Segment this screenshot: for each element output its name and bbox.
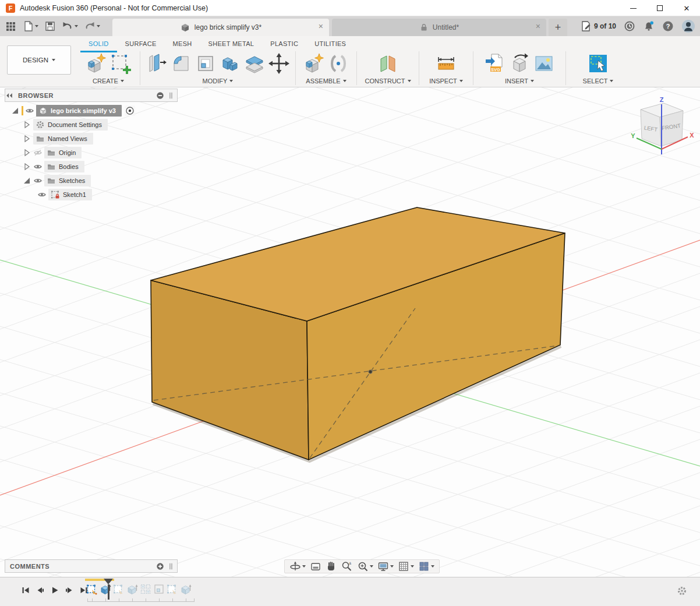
browser-row-origin[interactable]: Origin xyxy=(5,146,178,160)
browser-node-bodies[interactable]: Bodies xyxy=(44,161,84,172)
browser-node-named-views[interactable]: Named Views xyxy=(33,133,93,145)
joint-button[interactable] xyxy=(327,52,350,75)
bell-icon[interactable] xyxy=(643,20,655,32)
ribbon-group-label[interactable]: INSPECT xyxy=(429,77,463,84)
timeline-settings-gear-icon[interactable] xyxy=(677,586,687,596)
timeline-feature-sketch-1[interactable] xyxy=(85,582,98,597)
timeline-feature-pattern-5[interactable] xyxy=(139,582,152,597)
combine-button[interactable] xyxy=(218,52,242,75)
viewport-canvas[interactable]: LEFTFRONTZYX BROWSER lego brick simplify… xyxy=(0,87,700,577)
fillet-button[interactable] xyxy=(169,52,193,75)
close-button[interactable]: ✕ xyxy=(673,0,700,16)
timeline-feature-extrude-4[interactable] xyxy=(125,582,139,597)
file-new-button[interactable] xyxy=(21,19,40,33)
document-limit-indicator[interactable]: 9 of 10 xyxy=(580,20,616,32)
press-pull-button[interactable] xyxy=(145,52,168,75)
timeline-playhead[interactable] xyxy=(104,579,113,600)
app-grid-button[interactable] xyxy=(3,19,17,33)
playback-to-start-button[interactable] xyxy=(21,586,30,595)
close-tab-icon[interactable]: × xyxy=(319,22,323,30)
layout-grid-button[interactable] xyxy=(398,561,414,572)
orbit-button[interactable] xyxy=(289,561,306,572)
offset-face-button[interactable] xyxy=(243,52,266,75)
maximize-button[interactable] xyxy=(646,0,673,16)
tab-row: lego brick simplify v3* × Untitled* × + … xyxy=(0,16,700,36)
ribbon-group-label[interactable]: MODIFY xyxy=(203,77,234,84)
fit-button[interactable] xyxy=(357,561,373,572)
document-tab-inactive[interactable]: Untitled* × xyxy=(332,19,546,36)
top-right-cluster: 9 of 10 ? xyxy=(580,19,695,34)
visibility-eye-icon[interactable] xyxy=(33,162,43,171)
zoom-button[interactable]: ± xyxy=(341,561,353,572)
expand-arrow-icon[interactable] xyxy=(22,120,31,129)
playback-step-forward-button[interactable] xyxy=(65,586,74,595)
design-workspace-selector[interactable]: DESIGN xyxy=(7,45,71,75)
undo-button[interactable] xyxy=(61,19,79,33)
collapse-arrow-icon[interactable] xyxy=(10,106,20,115)
ribbon-group-label[interactable]: INSERT xyxy=(505,77,534,84)
new-component-button[interactable] xyxy=(302,52,326,75)
svg-text:Y: Y xyxy=(631,132,635,139)
construct-plane-button[interactable] xyxy=(376,52,400,75)
timeline-feature-sketch-3[interactable] xyxy=(112,582,125,597)
browser-row-bodies[interactable]: Bodies xyxy=(5,160,178,174)
collapse-panel-icon[interactable] xyxy=(5,91,13,100)
panel-grip-icon[interactable] xyxy=(167,91,175,100)
collapse-arrow-icon[interactable] xyxy=(22,176,31,185)
browser-node-sketch1[interactable]: Sketch1 xyxy=(48,189,92,200)
playback-step-back-button[interactable] xyxy=(36,586,45,595)
comments-panel-header[interactable]: COMMENTS xyxy=(5,559,178,573)
avatar-icon[interactable] xyxy=(681,19,695,33)
close-tab-icon[interactable]: × xyxy=(536,22,540,30)
select-button[interactable] xyxy=(586,52,610,75)
ribbon-group-label[interactable]: CREATE xyxy=(93,77,124,84)
browser-node-lego-brick-simplify-v3[interactable]: lego brick simplify v3 xyxy=(36,105,122,117)
browser-row-document-settings[interactable]: Document Settings xyxy=(5,118,178,132)
timeline-feature-shell-6[interactable] xyxy=(152,582,165,597)
pan-button[interactable] xyxy=(326,561,337,572)
circle-minus-icon[interactable] xyxy=(156,91,164,100)
ribbon-group-label[interactable]: ASSEMBLE xyxy=(306,77,346,84)
document-tab-active[interactable]: lego brick simplify v3* × xyxy=(112,19,329,36)
save-button[interactable] xyxy=(43,19,57,33)
visibility-eye-off-icon[interactable] xyxy=(33,148,43,157)
browser-row-lego-brick-simplify-v3[interactable]: lego brick simplify v3 xyxy=(5,104,178,118)
browser-node-sketches[interactable]: Sketches xyxy=(44,175,91,186)
measure-button[interactable] xyxy=(434,52,458,75)
insert-mesh-button[interactable] xyxy=(508,52,531,75)
help-icon[interactable]: ? xyxy=(662,20,674,32)
display-settings-button[interactable] xyxy=(377,561,394,572)
canvas-button[interactable] xyxy=(532,52,556,75)
timeline-feature-extrude-8[interactable] xyxy=(179,582,192,597)
move-button[interactable] xyxy=(267,52,291,75)
minimize-button[interactable] xyxy=(620,0,646,16)
expand-arrow-icon[interactable] xyxy=(22,148,31,157)
browser-row-named-views[interactable]: Named Views xyxy=(5,132,178,146)
browser-panel-header[interactable]: BROWSER xyxy=(5,89,178,102)
timeline-feature-sketch-7[interactable] xyxy=(165,582,179,597)
shell-button[interactable] xyxy=(194,52,217,75)
panel-grip-icon[interactable] xyxy=(167,562,175,570)
expand-arrow-icon[interactable] xyxy=(22,162,31,171)
browser-node-origin[interactable]: Origin xyxy=(44,147,82,158)
redo-button[interactable] xyxy=(83,19,101,33)
ribbon-group-label[interactable]: CONSTRUCT xyxy=(365,77,411,84)
visibility-eye-icon[interactable] xyxy=(33,176,43,185)
browser-node-document-settings[interactable]: Document Settings xyxy=(33,119,108,131)
insert-svg-button[interactable]: SVG xyxy=(483,52,507,75)
create-form-button[interactable] xyxy=(84,52,108,75)
clock-icon[interactable] xyxy=(624,20,635,32)
browser-row-sketch1[interactable]: Sketch1 xyxy=(5,188,178,202)
circle-plus-icon[interactable] xyxy=(156,562,164,570)
activate-component-radio[interactable] xyxy=(125,105,135,116)
new-tab-button[interactable]: + xyxy=(549,19,567,36)
viewports-button[interactable] xyxy=(418,561,434,572)
expand-arrow-icon[interactable] xyxy=(22,134,31,143)
playback-play-button[interactable] xyxy=(50,586,59,595)
visibility-eye-icon[interactable] xyxy=(25,106,34,115)
look-at-button[interactable] xyxy=(310,561,321,572)
create-sketch-button[interactable] xyxy=(109,52,132,75)
browser-row-sketches[interactable]: Sketches xyxy=(5,174,178,188)
visibility-eye-icon[interactable] xyxy=(37,190,47,199)
ribbon-group-label[interactable]: SELECT xyxy=(583,77,614,84)
